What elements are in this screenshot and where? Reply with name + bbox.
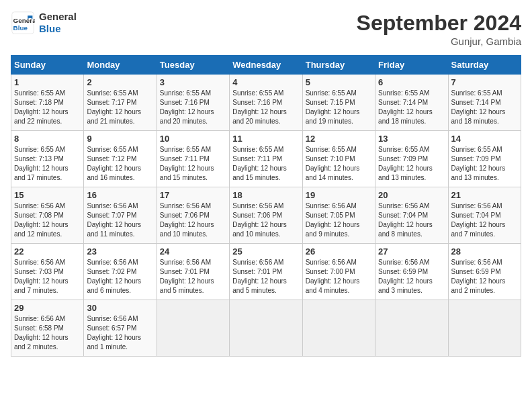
cell-sun-info: Sunrise: 6:55 AMSunset: 7:10 PMDaylight:… [306, 145, 372, 183]
day-number: 24 [160, 246, 226, 257]
day-number: 16 [87, 190, 153, 200]
cell-sun-info: Sunrise: 6:55 AMSunset: 7:12 PMDaylight:… [87, 145, 153, 183]
calendar-row-5: 29Sunrise: 6:56 AMSunset: 6:58 PMDayligh… [11, 300, 521, 357]
calendar-cell-empty-4-4 [302, 300, 375, 357]
cell-sun-info: Sunrise: 6:56 AMSunset: 6:57 PMDaylight:… [87, 314, 153, 352]
calendar-cell-7: 7Sunrise: 6:55 AMSunset: 7:14 PMDaylight… [448, 75, 521, 131]
calendar-cell-empty-4-3 [230, 300, 302, 357]
day-number: 7 [451, 77, 518, 87]
calendar-cell-2: 2Sunrise: 6:55 AMSunset: 7:17 PMDaylight… [84, 75, 157, 131]
cell-sun-info: Sunrise: 6:55 AMSunset: 7:14 PMDaylight:… [451, 89, 518, 126]
calendar-cell-23: 23Sunrise: 6:56 AMSunset: 7:02 PMDayligh… [84, 244, 157, 300]
day-number: 25 [232, 246, 299, 257]
calendar-cell-21: 21Sunrise: 6:56 AMSunset: 7:04 PMDayligh… [448, 187, 521, 244]
calendar-cell-28: 28Sunrise: 6:56 AMSunset: 6:59 PMDayligh… [448, 244, 521, 300]
logo-general: General [39, 11, 77, 23]
cell-sun-info: Sunrise: 6:55 AMSunset: 7:13 PMDaylight:… [14, 145, 81, 183]
cell-sun-info: Sunrise: 6:55 AMSunset: 7:18 PMDaylight:… [14, 89, 81, 126]
day-number: 8 [14, 134, 81, 144]
cell-sun-info: Sunrise: 6:55 AMSunset: 7:14 PMDaylight:… [378, 89, 445, 126]
day-number: 22 [14, 246, 81, 257]
calendar-cell-empty-4-5 [375, 300, 448, 357]
col-saturday: Saturday [448, 56, 521, 75]
calendar-cell-empty-4-2 [157, 300, 229, 357]
cell-sun-info: Sunrise: 6:56 AMSunset: 7:04 PMDaylight:… [378, 201, 445, 239]
calendar-cell-26: 26Sunrise: 6:56 AMSunset: 7:00 PMDayligh… [302, 244, 375, 300]
calendar-cell-10: 10Sunrise: 6:55 AMSunset: 7:11 PMDayligh… [157, 131, 229, 187]
cell-sun-info: Sunrise: 6:56 AMSunset: 7:05 PMDaylight:… [306, 201, 372, 239]
day-number: 2 [87, 77, 153, 87]
calendar-cell-30: 30Sunrise: 6:56 AMSunset: 6:57 PMDayligh… [84, 300, 157, 357]
calendar-cell-22: 22Sunrise: 6:56 AMSunset: 7:03 PMDayligh… [11, 244, 84, 300]
day-number: 20 [378, 190, 445, 200]
cell-sun-info: Sunrise: 6:55 AMSunset: 7:16 PMDaylight:… [232, 89, 299, 126]
cell-sun-info: Sunrise: 6:56 AMSunset: 7:07 PMDaylight:… [87, 201, 153, 239]
calendar-cell-12: 12Sunrise: 6:55 AMSunset: 7:10 PMDayligh… [302, 131, 375, 187]
cell-sun-info: Sunrise: 6:56 AMSunset: 6:59 PMDaylight:… [451, 258, 518, 295]
day-number: 26 [306, 246, 372, 257]
calendar-cell-14: 14Sunrise: 6:55 AMSunset: 7:09 PMDayligh… [448, 131, 521, 187]
cell-sun-info: Sunrise: 6:55 AMSunset: 7:09 PMDaylight:… [451, 145, 518, 183]
month-title: September 2024 [357, 11, 521, 36]
calendar-cell-9: 9Sunrise: 6:55 AMSunset: 7:12 PMDaylight… [84, 131, 157, 187]
cell-sun-info: Sunrise: 6:56 AMSunset: 7:08 PMDaylight:… [14, 201, 81, 239]
cell-sun-info: Sunrise: 6:56 AMSunset: 7:04 PMDaylight:… [451, 201, 518, 239]
day-number: 21 [451, 190, 518, 200]
logo: General Blue General Blue [11, 11, 77, 35]
calendar-row-3: 15Sunrise: 6:56 AMSunset: 7:08 PMDayligh… [11, 187, 521, 244]
calendar-header-row: Sunday Monday Tuesday Wednesday Thursday… [11, 56, 521, 75]
cell-sun-info: Sunrise: 6:56 AMSunset: 6:58 PMDaylight:… [14, 314, 81, 352]
day-number: 17 [160, 190, 226, 200]
calendar-cell-27: 27Sunrise: 6:56 AMSunset: 6:59 PMDayligh… [375, 244, 448, 300]
calendar-cell-17: 17Sunrise: 6:56 AMSunset: 7:06 PMDayligh… [157, 187, 229, 244]
day-number: 1 [14, 77, 81, 87]
cell-sun-info: Sunrise: 6:55 AMSunset: 7:16 PMDaylight:… [160, 89, 226, 126]
cell-sun-info: Sunrise: 6:56 AMSunset: 7:01 PMDaylight:… [232, 258, 299, 295]
day-number: 4 [232, 77, 299, 87]
cell-sun-info: Sunrise: 6:56 AMSunset: 7:02 PMDaylight:… [87, 258, 153, 295]
day-number: 11 [232, 134, 299, 144]
calendar-cell-1: 1Sunrise: 6:55 AMSunset: 7:18 PMDaylight… [11, 75, 84, 131]
calendar-row-2: 8Sunrise: 6:55 AMSunset: 7:13 PMDaylight… [11, 131, 521, 187]
day-number: 30 [87, 303, 153, 313]
logo-icon: General Blue [11, 11, 35, 35]
cell-sun-info: Sunrise: 6:56 AMSunset: 7:06 PMDaylight:… [232, 201, 299, 239]
day-number: 9 [87, 134, 153, 144]
calendar-cell-5: 5Sunrise: 6:55 AMSunset: 7:15 PMDaylight… [302, 75, 375, 131]
cell-sun-info: Sunrise: 6:56 AMSunset: 6:59 PMDaylight:… [378, 258, 445, 295]
cell-sun-info: Sunrise: 6:56 AMSunset: 7:06 PMDaylight:… [160, 201, 226, 239]
svg-text:Blue: Blue [13, 24, 28, 32]
col-monday: Monday [84, 56, 157, 75]
calendar-cell-29: 29Sunrise: 6:56 AMSunset: 6:58 PMDayligh… [11, 300, 84, 357]
day-number: 29 [14, 303, 81, 313]
calendar-cell-empty-4-6 [448, 300, 521, 357]
col-friday: Friday [375, 56, 448, 75]
day-number: 23 [87, 246, 153, 257]
calendar-cell-25: 25Sunrise: 6:56 AMSunset: 7:01 PMDayligh… [230, 244, 302, 300]
cell-sun-info: Sunrise: 6:56 AMSunset: 7:01 PMDaylight:… [160, 258, 226, 295]
day-number: 14 [451, 134, 518, 144]
col-sunday: Sunday [11, 56, 84, 75]
calendar-cell-11: 11Sunrise: 6:55 AMSunset: 7:11 PMDayligh… [230, 131, 302, 187]
cell-sun-info: Sunrise: 6:55 AMSunset: 7:11 PMDaylight:… [160, 145, 226, 183]
day-number: 27 [378, 246, 445, 257]
calendar-row-4: 22Sunrise: 6:56 AMSunset: 7:03 PMDayligh… [11, 244, 521, 300]
title-block: September 2024 Gunjur, Gambia [357, 11, 521, 47]
logo-blue: Blue [39, 23, 77, 35]
calendar-cell-8: 8Sunrise: 6:55 AMSunset: 7:13 PMDaylight… [11, 131, 84, 187]
calendar-cell-18: 18Sunrise: 6:56 AMSunset: 7:06 PMDayligh… [230, 187, 302, 244]
col-tuesday: Tuesday [157, 56, 229, 75]
day-number: 13 [378, 134, 445, 144]
cell-sun-info: Sunrise: 6:56 AMSunset: 7:00 PMDaylight:… [306, 258, 372, 295]
cell-sun-info: Sunrise: 6:56 AMSunset: 7:03 PMDaylight:… [14, 258, 81, 295]
calendar-cell-16: 16Sunrise: 6:56 AMSunset: 7:07 PMDayligh… [84, 187, 157, 244]
location-subtitle: Gunjur, Gambia [357, 36, 521, 47]
cell-sun-info: Sunrise: 6:55 AMSunset: 7:15 PMDaylight:… [306, 89, 372, 126]
calendar-cell-24: 24Sunrise: 6:56 AMSunset: 7:01 PMDayligh… [157, 244, 229, 300]
day-number: 28 [451, 246, 518, 257]
day-number: 10 [160, 134, 226, 144]
day-number: 3 [160, 77, 226, 87]
day-number: 12 [306, 134, 372, 144]
calendar-cell-20: 20Sunrise: 6:56 AMSunset: 7:04 PMDayligh… [375, 187, 448, 244]
day-number: 18 [232, 190, 299, 200]
